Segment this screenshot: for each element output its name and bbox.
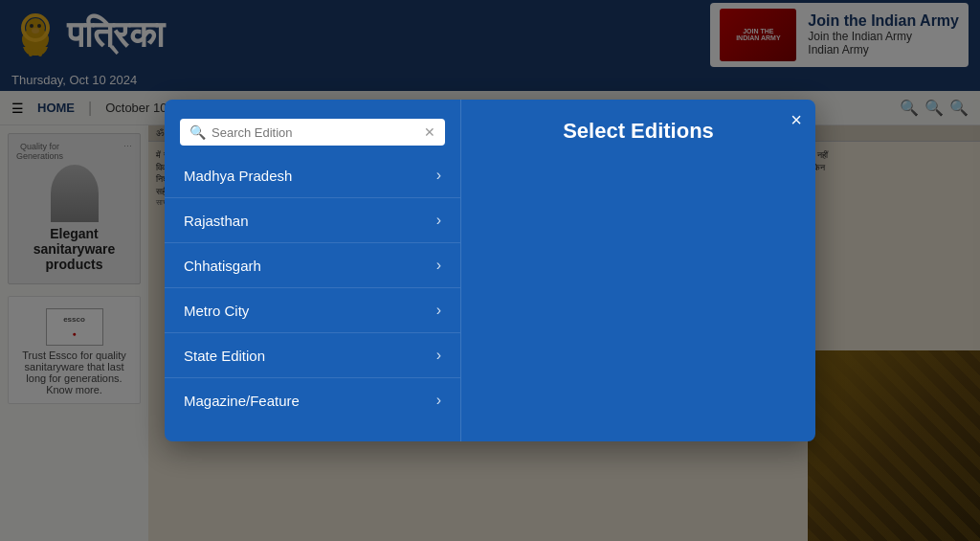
edition-item-metro-city[interactable]: Metro City› — [165, 288, 460, 333]
modal-right-panel: × Select Editions — [461, 100, 815, 441]
search-clear-icon[interactable]: ✕ — [424, 124, 435, 140]
edition-item-madhya-pradesh[interactable]: Madhya Pradesh› — [165, 153, 460, 198]
chevron-right-icon: › — [436, 257, 441, 274]
chevron-right-icon: › — [436, 167, 441, 184]
search-icon: 🔍 — [189, 124, 206, 140]
modal-title: Select Editions — [480, 119, 796, 144]
edition-label: Metro City — [184, 303, 249, 319]
edition-item-rajasthan[interactable]: Rajasthan› — [165, 198, 460, 243]
chevron-right-icon: › — [436, 302, 441, 319]
edition-label: State Edition — [184, 348, 265, 364]
chevron-right-icon: › — [436, 347, 441, 364]
edition-item-magazine[interactable]: Magazine/Feature› — [165, 378, 460, 422]
edition-item-state-edition[interactable]: State Edition› — [165, 333, 460, 378]
modal-close-button[interactable]: × — [791, 109, 802, 131]
edition-list: Madhya Pradesh›Rajasthan›Chhatisgarh›Met… — [165, 153, 460, 422]
edition-label: Rajasthan — [184, 213, 249, 229]
modal-overlay[interactable]: 🔍 ✕ Madhya Pradesh›Rajasthan›Chhatisgarh… — [0, 0, 980, 541]
edition-search-box: 🔍 ✕ — [180, 119, 445, 146]
edition-label: Madhya Pradesh — [184, 168, 292, 184]
edition-label: Magazine/Feature — [184, 393, 300, 409]
edition-search-input[interactable] — [212, 125, 418, 140]
edition-item-chhatisgarh[interactable]: Chhatisgarh› — [165, 243, 460, 288]
modal-left-panel: 🔍 ✕ Madhya Pradesh›Rajasthan›Chhatisgarh… — [165, 100, 461, 441]
edition-label: Chhatisgarh — [184, 258, 261, 274]
select-editions-modal: 🔍 ✕ Madhya Pradesh›Rajasthan›Chhatisgarh… — [165, 100, 815, 441]
modal-right-content — [480, 159, 796, 441]
chevron-right-icon: › — [436, 212, 441, 229]
chevron-right-icon: › — [436, 392, 441, 409]
